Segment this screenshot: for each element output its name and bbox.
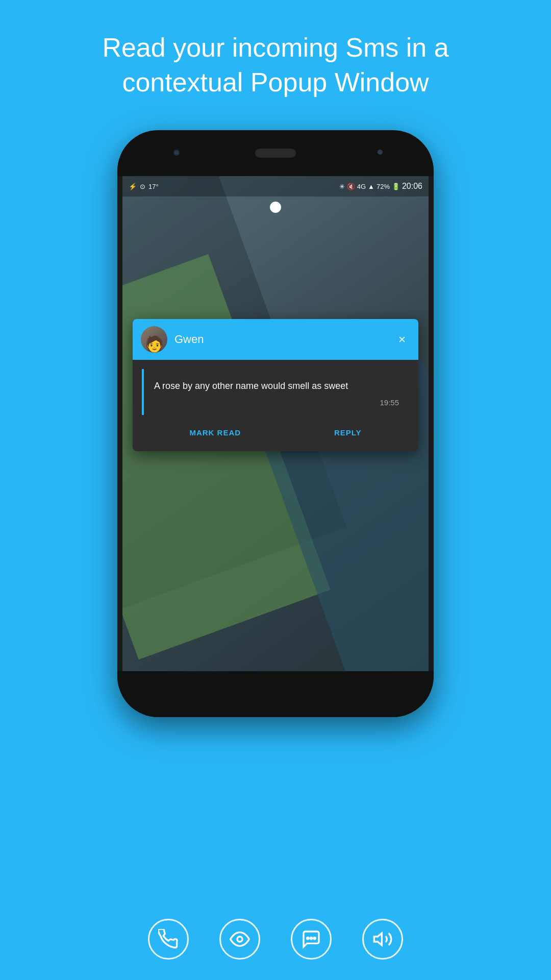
chat-icon[interactable] (291, 919, 332, 960)
svg-point-0 (237, 937, 242, 942)
mute-icon: 🔇 (347, 183, 355, 190)
temperature-display: 17° (148, 183, 159, 190)
svg-point-1 (307, 938, 309, 939)
usb-icon: ⚡ (129, 183, 137, 190)
eye-icon[interactable] (219, 919, 260, 960)
header-text: Read your incoming Sms in a contextual P… (0, 0, 551, 120)
sms-popup: 🧑 Gwen × A rose by any other name would … (133, 319, 418, 451)
header-line1: Read your incoming Sms in a (102, 33, 448, 62)
popup-header: 🧑 Gwen × (133, 319, 418, 360)
clock: 20:06 (402, 182, 422, 191)
volume-icon[interactable] (362, 919, 403, 960)
phone-icon[interactable] (148, 919, 189, 960)
sender-name: Gwen (174, 333, 394, 346)
mark-read-button[interactable]: MARK READ (179, 424, 251, 441)
accessibility-icon: ⊙ (140, 183, 145, 190)
message-text: A rose by any other name would smell as … (154, 379, 399, 393)
header-line2: contextual Popup Window (122, 67, 429, 97)
status-left-icons: ⚡ ⊙ 17° (129, 183, 159, 190)
popup-actions: MARK READ REPLY (133, 415, 418, 451)
phone-mockup: ⚡ ⊙ 17° ✳ 🔇 4G ▲ 72% 🔋 20:06 (0, 120, 551, 717)
bluetooth-icon: ✳ (339, 183, 345, 190)
svg-point-3 (314, 938, 315, 939)
status-bar: ⚡ ⊙ 17° ✳ 🔇 4G ▲ 72% 🔋 20:06 (122, 176, 429, 197)
phone-body: ⚡ ⊙ 17° ✳ 🔇 4G ▲ 72% 🔋 20:06 (117, 130, 434, 717)
popup-body: A rose by any other name would smell as … (142, 369, 409, 415)
signal-icon: ▲ (368, 183, 374, 190)
speaker-grille (255, 149, 296, 158)
message-time: 19:55 (154, 398, 399, 407)
bottom-icons-row (0, 919, 551, 960)
home-dot (270, 202, 281, 213)
proximity-sensor (378, 150, 383, 155)
reply-button[interactable]: REPLY (324, 424, 372, 441)
avatar: 🧑 (141, 326, 167, 353)
battery-percent: 72% (377, 183, 390, 190)
top-bezel (117, 130, 434, 176)
bottom-bezel (117, 671, 434, 717)
svg-marker-4 (374, 933, 382, 945)
svg-point-2 (310, 938, 312, 939)
status-right-icons: ✳ 🔇 4G ▲ 72% 🔋 20:06 (339, 182, 422, 191)
front-camera (173, 150, 180, 156)
network-type: 4G (357, 183, 366, 190)
phone-screen: ⚡ ⊙ 17° ✳ 🔇 4G ▲ 72% 🔋 20:06 (122, 176, 429, 671)
battery-icon: 🔋 (392, 183, 400, 190)
close-button[interactable]: × (394, 331, 410, 348)
